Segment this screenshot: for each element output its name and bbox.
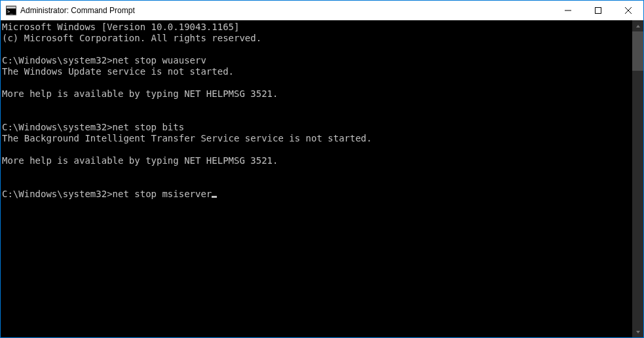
prompt-text: C:\Windows\system32> <box>2 189 113 199</box>
scroll-down-arrow-icon[interactable] <box>632 326 643 337</box>
console-line: C:\Windows\system32>net stop bits <box>2 122 184 132</box>
console-line: More help is available by typing NET HEL… <box>2 88 278 99</box>
console-line: C:\Windows\system32>net stop wuauserv <box>2 55 206 66</box>
console-line: The Windows Update service is not starte… <box>2 66 234 77</box>
prompt-text: C:\Windows\system32> <box>2 55 113 66</box>
window-title: Administrator: Command Prompt <box>20 6 135 15</box>
maximize-button[interactable] <box>583 1 613 20</box>
titlebar[interactable]: >_ Administrator: Command Prompt <box>1 1 643 20</box>
console-line: Microsoft Windows [Version 10.0.19043.11… <box>2 22 239 32</box>
command-prompt-window: >_ Administrator: Command Prompt Microso… <box>1 1 643 337</box>
command-text: net stop wuauserv <box>113 55 206 66</box>
command-text: net stop bits <box>113 122 185 132</box>
close-button[interactable] <box>613 1 643 20</box>
prompt-text: C:\Windows\system32> <box>2 122 113 132</box>
scroll-thumb[interactable] <box>632 31 643 71</box>
console-line: C:\Windows\system32>net stop msiserver <box>2 189 217 199</box>
vertical-scrollbar[interactable] <box>632 20 643 337</box>
command-text: net stop msiserver <box>113 189 212 199</box>
svg-rect-1 <box>7 7 16 9</box>
console-line: The Background Intelligent Transfer Serv… <box>2 133 372 143</box>
console-line: More help is available by typing NET HEL… <box>2 155 278 166</box>
minimize-button[interactable] <box>553 1 583 20</box>
cmd-icon: >_ <box>6 5 16 16</box>
svg-text:>_: >_ <box>7 9 13 14</box>
client-area: Microsoft Windows [Version 10.0.19043.11… <box>1 20 643 337</box>
svg-rect-3 <box>596 7 601 13</box>
console-output[interactable]: Microsoft Windows [Version 10.0.19043.11… <box>1 20 632 337</box>
scroll-up-arrow-icon[interactable] <box>632 20 643 31</box>
text-cursor <box>212 196 217 198</box>
console-line: (c) Microsoft Corporation. All rights re… <box>2 33 261 43</box>
